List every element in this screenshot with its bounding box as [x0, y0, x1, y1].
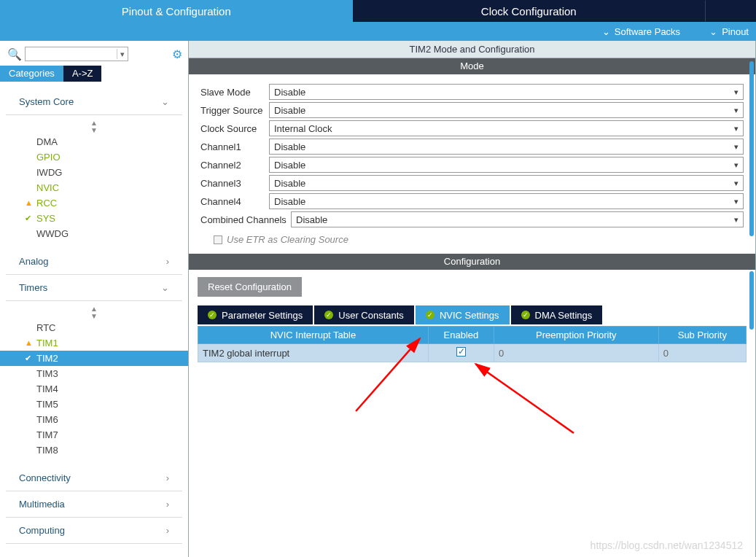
section-label: Multimedia	[19, 499, 65, 510]
sidebar-item-rcc[interactable]: ▲RCC	[0, 195, 188, 211]
check-icon: ✓	[324, 311, 333, 319]
tab-user-constants[interactable]: ✓User Constants	[314, 305, 414, 324]
subpriority-cell[interactable]: 0	[658, 344, 746, 362]
channel2-select[interactable]: Disable▾	[269, 157, 744, 173]
sidebar-item-tim1[interactable]: ▲TIM1	[0, 335, 188, 351]
software-packs-label: Software Packs	[615, 26, 680, 37]
chevron-down-icon: ▾	[734, 179, 739, 188]
sidebar-item-sys[interactable]: ✔SYS	[0, 211, 188, 226]
sidebar-item-nvic[interactable]: NVIC	[0, 180, 188, 195]
sidebar-item-tim8[interactable]: TIM8	[0, 443, 188, 458]
slave-mode-select[interactable]: Disable▾	[269, 84, 744, 100]
channel4-select[interactable]: Disable▾	[269, 193, 744, 209]
etr-label: Use ETR as Clearing Source	[227, 234, 348, 245]
watermark: https://blog.csdn.net/wan1234512	[591, 540, 743, 551]
section-timers[interactable]: Timers ⌄	[6, 275, 182, 301]
check-icon: ✓	[208, 311, 217, 319]
sidebar-item-tim6[interactable]: TIM6	[0, 412, 188, 427]
etr-checkbox	[214, 235, 222, 244]
reset-configuration-button[interactable]: Reset Configuration	[198, 277, 302, 297]
chevron-right-icon: ›	[166, 525, 169, 536]
sort-icon[interactable]: ▲▼	[0, 305, 188, 320]
tab-az[interactable]: A->Z	[63, 66, 102, 82]
configuration-panel-header: Configuration	[189, 254, 755, 270]
section-system-core[interactable]: System Core ⌄	[6, 89, 182, 115]
sidebar-item-tim4[interactable]: TIM4	[0, 381, 188, 397]
pinout-menu-label: Pinout	[722, 26, 749, 37]
tab-overflow[interactable]	[705, 0, 756, 22]
chevron-down-icon: ▾	[734, 106, 739, 115]
sidebar-item-gpio[interactable]: GPIO	[0, 149, 188, 165]
chevron-down-icon: ⌄	[161, 96, 169, 107]
clock-source-label: Clock Source	[200, 123, 269, 134]
channel1-select[interactable]: Disable▾	[269, 139, 744, 155]
chevron-down-icon: ▾	[120, 50, 125, 59]
scrollbar[interactable]	[749, 61, 754, 236]
sidebar-item-wwdg[interactable]: WWDG	[0, 226, 188, 241]
tab-nvic-settings[interactable]: ✓NVIC Settings	[416, 305, 510, 324]
channel3-select[interactable]: Disable▾	[269, 175, 744, 191]
preemption-cell[interactable]: 0	[494, 344, 659, 362]
search-icon: 🔍	[7, 47, 22, 61]
check-icon: ✔	[25, 354, 31, 363]
chevron-right-icon: ›	[166, 472, 169, 483]
check-icon: ✓	[521, 311, 530, 319]
chevron-down-icon: ▾	[734, 87, 739, 97]
checkbox-checked-icon[interactable]	[456, 347, 466, 357]
sidebar-item-tim5[interactable]: TIM5	[0, 397, 188, 412]
chevron-down-icon: ▾	[734, 124, 739, 133]
tab-parameter-settings[interactable]: ✓Parameter Settings	[198, 305, 313, 324]
sidebar-item-iwdg[interactable]: IWDG	[0, 165, 188, 180]
clock-source-select[interactable]: Internal Clock▾	[269, 120, 744, 136]
chevron-down-icon: ▾	[734, 197, 739, 206]
chevron-right-icon: ›	[166, 499, 169, 510]
interrupt-name-cell: TIM2 global interrupt	[198, 344, 429, 362]
chevron-right-icon: ›	[166, 256, 169, 267]
channel3-label: Channel3	[200, 178, 269, 189]
tab-clock-configuration[interactable]: Clock Configuration	[353, 0, 706, 22]
etr-checkbox-row: Use ETR as Clearing Source	[200, 230, 744, 245]
scrollbar[interactable]	[749, 271, 754, 330]
combined-channels-select[interactable]: Disable▾	[291, 211, 744, 227]
section-computing[interactable]: Computing ›	[6, 518, 182, 544]
sidebar: 🔍 ▾ ⚙ Categories A->Z System Core ⌄ ▲▼ D…	[0, 41, 188, 557]
svg-line-1	[475, 364, 573, 433]
col-preemption[interactable]: Preemption Priority	[494, 327, 659, 344]
content-title: TIM2 Mode and Configuration	[189, 41, 755, 58]
section-connectivity[interactable]: Connectivity ›	[6, 465, 182, 491]
software-packs-menu[interactable]: ⌄ Software Packs	[602, 26, 680, 37]
sidebar-item-tim3[interactable]: TIM3	[0, 366, 188, 381]
pinout-menu[interactable]: ⌄ Pinout	[709, 26, 749, 37]
section-label: Connectivity	[19, 472, 71, 483]
gear-icon[interactable]: ⚙	[172, 47, 182, 61]
sidebar-item-dma[interactable]: DMA	[0, 134, 188, 149]
section-label: Timers	[19, 282, 47, 293]
chevron-down-icon: ⌄	[602, 26, 610, 37]
chevron-down-icon: ⌄	[709, 26, 717, 37]
mode-panel-header: Mode	[189, 58, 755, 74]
chevron-down-icon: ⌄	[161, 282, 169, 293]
table-row[interactable]: TIM2 global interrupt 0 0	[198, 344, 747, 362]
tab-dma-settings[interactable]: ✓DMA Settings	[511, 305, 603, 324]
col-enabled[interactable]: Enabled	[428, 327, 494, 344]
sidebar-item-tim2[interactable]: ✔TIM2	[0, 351, 188, 366]
enabled-cell[interactable]	[428, 344, 494, 362]
sidebar-item-tim7[interactable]: TIM7	[0, 427, 188, 443]
slave-mode-label: Slave Mode	[200, 87, 269, 98]
sort-icon[interactable]: ▲▼	[0, 120, 188, 134]
warning-icon: ▲	[25, 198, 33, 207]
section-label: Computing	[19, 525, 65, 536]
search-input[interactable]: ▾	[25, 47, 128, 61]
channel4-label: Channel4	[200, 196, 269, 207]
tab-categories[interactable]: Categories	[0, 66, 63, 82]
section-label: System Core	[19, 96, 74, 107]
trigger-source-select[interactable]: Disable▾	[269, 102, 744, 118]
section-analog[interactable]: Analog ›	[6, 249, 182, 275]
section-multimedia[interactable]: Multimedia ›	[6, 491, 182, 518]
check-icon: ✓	[426, 311, 434, 319]
sidebar-item-rtc[interactable]: RTC	[0, 320, 188, 335]
sub-toolbar: ⌄ Software Packs ⌄ Pinout	[0, 22, 756, 41]
tab-pinout-configuration[interactable]: Pinout & Configuration	[0, 0, 353, 22]
col-interrupt-name[interactable]: NVIC Interrupt Table	[198, 327, 429, 344]
col-sub-priority[interactable]: Sub Priority	[658, 327, 746, 344]
